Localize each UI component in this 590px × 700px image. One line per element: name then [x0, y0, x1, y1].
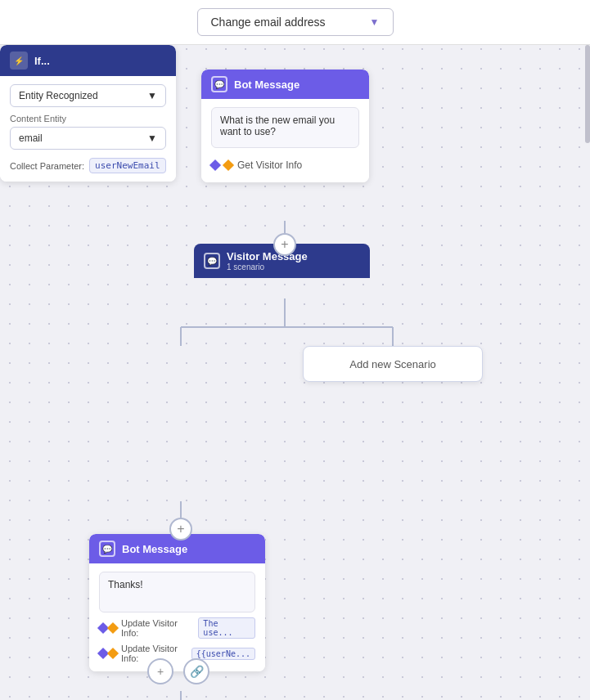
add-button-1[interactable]: + [273, 233, 296, 256]
content-entity-arrow-icon: ▼ [147, 132, 157, 144]
if-node-body: Entity Recognized ▼ Content Entity email… [0, 76, 176, 182]
flow-dropdown-label: Change email address [211, 16, 326, 29]
link-bottom-button[interactable]: 🔗 [183, 658, 209, 684]
update-row-1-label: Update Visitor Info: [121, 618, 194, 638]
visitor-icon: 💬 [204, 253, 220, 269]
if-node-header: ⚡ If... [0, 45, 176, 76]
entity-recognized-label: Entity Recognized [19, 90, 98, 101]
visitor-message-subtitle: 1 scenario [227, 262, 308, 271]
diamonds-pair-2 [99, 649, 117, 657]
collect-param-label: Collect Parameter: [10, 161, 84, 171]
bot-message-top-header: 💬 Bot Message [201, 70, 369, 99]
collect-param-row: Collect Parameter: userNewEmail [10, 158, 166, 173]
bot-message-top-text: What is the new email you want to use? [211, 107, 359, 148]
content-entity-dropdown[interactable]: email ▼ [10, 127, 166, 150]
add-bottom-label: + [157, 665, 164, 678]
if-icon: ⚡ [10, 52, 28, 70]
add-button-1-label: + [281, 237, 288, 252]
flow-canvas: 💬 Bot Message What is the new email you … [0, 45, 590, 700]
update-row-1-value: The use... [198, 617, 255, 639]
bot-message-bottom-title: Bot Message [122, 543, 187, 555]
flow-dropdown[interactable]: Change email address ▼ [197, 8, 394, 36]
thanks-text: Thanks! [99, 572, 255, 612]
get-visitor-info-action[interactable]: Get Visitor Info [211, 156, 359, 174]
add-button-2[interactable]: + [169, 518, 192, 541]
add-scenario-label: Add new Scenario [349, 358, 436, 370]
content-entity-label: Content Entity [10, 114, 166, 123]
add-bottom-button[interactable]: + [147, 658, 173, 684]
chat-icon: 💬 [211, 76, 227, 92]
bot-message-top-body: What is the new email you want to use? G… [201, 99, 369, 182]
add-scenario-node[interactable]: Add new Scenario [303, 346, 483, 382]
content-entity-value: email [19, 132, 43, 144]
scrollbar[interactable] [585, 45, 590, 143]
visitor-message-header-content: Visitor Message 1 scenario [227, 250, 308, 271]
diamond-icon-purple [209, 159, 221, 171]
if-node-title: If... [34, 55, 50, 67]
link-icon: 🔗 [190, 665, 204, 678]
visitor-message-title: Visitor Message [227, 250, 308, 262]
bot-message-bottom-node: 💬 Bot Message Thanks! Update Visitor Inf… [89, 534, 265, 671]
diamond-orange-1 [107, 622, 119, 634]
bot-icon-bottom: 💬 [99, 541, 115, 557]
if-node: ⚡ If... Entity Recognized ▼ Content Enti… [0, 45, 176, 182]
diamond-icon-orange [223, 159, 234, 171]
dropdown-arrow-icon: ▼ [370, 16, 380, 28]
diamonds-pair-1 [99, 624, 117, 632]
entity-recognized-dropdown[interactable]: Entity Recognized ▼ [10, 84, 166, 107]
get-visitor-info-label: Get Visitor Info [237, 159, 302, 171]
update-visitor-row-1[interactable]: Update Visitor Info: The use... [99, 617, 255, 639]
bot-message-top-node: 💬 Bot Message What is the new email you … [201, 70, 369, 182]
bot-message-bottom-body: Thanks! Update Visitor Info: The use... … [89, 563, 265, 671]
collect-param-badge: userNewEmail [89, 158, 165, 173]
bot-message-top-title: Bot Message [234, 79, 300, 91]
top-bar: Change email address ▼ [0, 0, 590, 45]
add-button-2-label: + [177, 522, 184, 536]
bottom-actions: + 🔗 [147, 658, 209, 684]
diamond-orange-2 [107, 648, 119, 659]
entity-dropdown-arrow-icon: ▼ [147, 90, 157, 101]
